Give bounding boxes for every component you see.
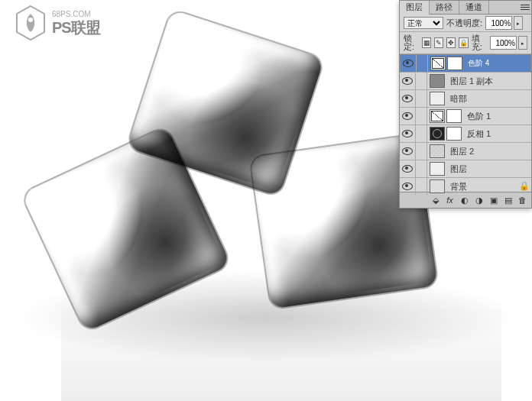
- lock-trans-icon[interactable]: ▦: [422, 37, 431, 48]
- eye-icon: [402, 95, 413, 102]
- logo-main: PS联盟: [52, 20, 100, 35]
- logo-icon: [14, 5, 47, 41]
- layer-row[interactable]: 色阶 4: [400, 54, 531, 73]
- layer-list: 色阶 4图层 1 副本暗部色阶 1反相 1图层 2图层背景🔒: [400, 54, 531, 192]
- layer-name: 暗部: [447, 95, 531, 103]
- link-col: [416, 73, 427, 89]
- txt-thumb: [430, 162, 445, 176]
- visibility-toggle[interactable]: [400, 108, 416, 125]
- layer-row[interactable]: 反相 1: [400, 125, 531, 143]
- img-thumb: [430, 179, 445, 193]
- visibility-toggle[interactable]: [400, 125, 416, 142]
- eye-icon: [402, 183, 413, 190]
- group-icon[interactable]: ▣: [488, 195, 499, 205]
- panel-tabs: 图层 路径 通道: [400, 1, 531, 15]
- lock-label: 锁定:: [404, 34, 419, 51]
- link-col: [416, 108, 427, 125]
- lock-all-icon[interactable]: 🔒: [459, 37, 469, 48]
- tab-paths[interactable]: 路径: [430, 1, 459, 14]
- eye-icon: [402, 165, 413, 173]
- visibility-toggle[interactable]: [400, 178, 416, 195]
- link-col: [416, 178, 427, 195]
- visibility-toggle[interactable]: [400, 160, 416, 177]
- img-thumb: [430, 144, 445, 158]
- layers-panel: 图层 路径 通道 正常 不透明度: ▸ 锁定: ▦ ✎ ✥ 🔒 填充: ▸ 色阶…: [399, 0, 532, 209]
- visibility-toggle[interactable]: [400, 143, 416, 160]
- eye-icon: [403, 60, 414, 67]
- opacity-label: 不透明度:: [446, 19, 482, 27]
- lock-row: 锁定: ▦ ✎ ✥ 🔒 填充: ▸: [400, 32, 531, 54]
- fill-label: 填充:: [472, 34, 487, 51]
- new-layer-icon[interactable]: ▤: [502, 195, 514, 205]
- mask-icon[interactable]: ◐: [459, 195, 470, 205]
- layer-name: 图层 1 副本: [447, 77, 531, 86]
- link-layers-icon[interactable]: ⬙: [430, 195, 441, 205]
- layer-name: 图层: [447, 165, 531, 173]
- fill-input[interactable]: ▸: [490, 37, 527, 49]
- layer-row[interactable]: 图层 1 副本: [400, 73, 531, 90]
- lock-pos-icon[interactable]: ✥: [446, 37, 456, 48]
- link-col: [416, 143, 427, 160]
- link-col: [416, 160, 427, 177]
- layer-row[interactable]: 图层 2: [400, 143, 531, 160]
- mask-thumb: [447, 57, 462, 70]
- adj-thumb: [430, 127, 445, 141]
- link-col: [417, 55, 428, 72]
- eye-icon: [402, 130, 413, 137]
- panel-menu-icon[interactable]: [521, 3, 530, 11]
- layer-name: 图层 2: [447, 147, 531, 156]
- mask-thumb: [446, 109, 462, 123]
- layer-row[interactable]: 色阶 1: [400, 108, 531, 125]
- logo-url: 68PS.COM: [52, 11, 100, 18]
- blend-mode-select[interactable]: 正常: [404, 17, 443, 29]
- adj-thumb: [430, 57, 446, 70]
- trash-icon[interactable]: 🗑: [517, 195, 528, 205]
- layer-name: 反相 1: [464, 130, 531, 138]
- mask-thumb: [446, 127, 462, 141]
- layer-name: 色阶 1: [464, 112, 531, 121]
- link-col: [416, 125, 427, 142]
- eye-icon: [402, 112, 413, 120]
- tab-layers[interactable]: 图层: [400, 1, 430, 15]
- layer-name: 背景: [447, 183, 519, 191]
- layer-name: 色阶 4: [465, 60, 530, 67]
- eye-icon: [402, 77, 413, 85]
- lock-icon: 🔒: [519, 182, 528, 191]
- adj-layer-icon[interactable]: ◑: [473, 195, 485, 205]
- layer-row[interactable]: 暗部: [400, 90, 531, 108]
- link-col: [416, 90, 427, 107]
- eye-icon: [402, 147, 413, 155]
- fx-icon[interactable]: fx: [444, 195, 456, 205]
- lock-pixel-icon[interactable]: ✎: [434, 37, 443, 48]
- visibility-toggle[interactable]: [400, 90, 416, 107]
- img-thumb: [430, 74, 445, 88]
- visibility-toggle[interactable]: [401, 55, 417, 72]
- logo-watermark: 68PS.COM PS联盟: [14, 5, 100, 41]
- visibility-toggle[interactable]: [400, 73, 416, 89]
- tab-channels[interactable]: 通道: [459, 1, 489, 14]
- layer-row[interactable]: 图层: [400, 160, 531, 178]
- txt-thumb: [430, 92, 445, 105]
- adj-thumb: [430, 109, 445, 123]
- blend-row: 正常 不透明度: ▸: [400, 15, 531, 32]
- opacity-input[interactable]: ▸: [485, 17, 523, 29]
- svg-point-1: [28, 18, 33, 22]
